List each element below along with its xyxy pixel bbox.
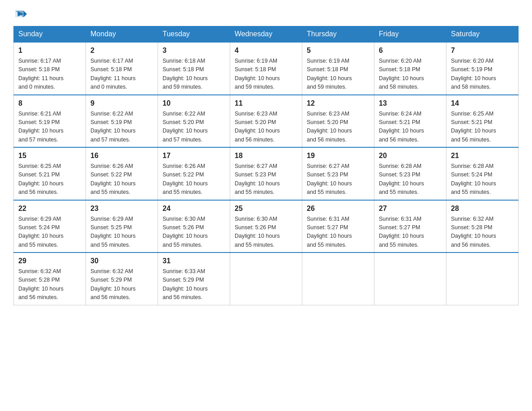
- day-info: Sunrise: 6:32 AMSunset: 5:28 PMDaylight:…: [18, 267, 81, 302]
- day-info: Sunrise: 6:20 AMSunset: 5:19 PMDaylight:…: [451, 57, 514, 92]
- day-info: Sunrise: 6:17 AMSunset: 5:18 PMDaylight:…: [18, 57, 81, 92]
- day-info: Sunrise: 6:32 AMSunset: 5:29 PMDaylight:…: [90, 267, 153, 302]
- day-number: 11: [235, 98, 297, 109]
- calendar-cell: 31Sunrise: 6:33 AMSunset: 5:29 PMDayligh…: [158, 253, 230, 305]
- calendar-cell: 6Sunrise: 6:20 AMSunset: 5:18 PMDaylight…: [374, 42, 446, 95]
- day-number: 19: [307, 150, 369, 161]
- calendar-week-row: 22Sunrise: 6:29 AMSunset: 5:24 PMDayligh…: [14, 200, 519, 253]
- day-info: Sunrise: 6:23 AMSunset: 5:20 PMDaylight:…: [235, 110, 297, 145]
- day-number: 9: [90, 98, 153, 109]
- calendar-week-row: 8Sunrise: 6:21 AMSunset: 5:19 PMDaylight…: [14, 95, 519, 148]
- calendar-cell: [230, 253, 302, 305]
- day-info: Sunrise: 6:23 AMSunset: 5:20 PMDaylight:…: [307, 110, 369, 145]
- day-number: 18: [235, 150, 297, 161]
- calendar-cell: 28Sunrise: 6:32 AMSunset: 5:28 PMDayligh…: [446, 200, 519, 253]
- calendar-week-row: 15Sunrise: 6:25 AMSunset: 5:21 PMDayligh…: [14, 147, 519, 200]
- day-info: Sunrise: 6:26 AMSunset: 5:22 PMDaylight:…: [163, 162, 225, 197]
- calendar-cell: 29Sunrise: 6:32 AMSunset: 5:28 PMDayligh…: [14, 253, 86, 305]
- calendar-cell: 10Sunrise: 6:22 AMSunset: 5:20 PMDayligh…: [158, 95, 230, 148]
- day-number: 7: [451, 45, 514, 56]
- day-number: 3: [163, 45, 225, 56]
- weekday-header-sunday: Sunday: [14, 26, 86, 43]
- day-number: 5: [307, 45, 369, 56]
- day-info: Sunrise: 6:21 AMSunset: 5:19 PMDaylight:…: [18, 110, 81, 145]
- calendar-cell: 25Sunrise: 6:30 AMSunset: 5:26 PMDayligh…: [230, 200, 302, 253]
- logo: [13, 9, 27, 21]
- weekday-header-monday: Monday: [86, 26, 158, 43]
- day-info: Sunrise: 6:24 AMSunset: 5:21 PMDaylight:…: [379, 110, 442, 145]
- day-number: 25: [235, 203, 297, 214]
- calendar-cell: 20Sunrise: 6:28 AMSunset: 5:23 PMDayligh…: [374, 147, 446, 200]
- day-info: Sunrise: 6:25 AMSunset: 5:21 PMDaylight:…: [18, 162, 81, 197]
- calendar-cell: 14Sunrise: 6:25 AMSunset: 5:21 PMDayligh…: [446, 95, 519, 148]
- calendar-cell: 2Sunrise: 6:17 AMSunset: 5:18 PMDaylight…: [86, 42, 158, 95]
- calendar-cell: 26Sunrise: 6:31 AMSunset: 5:27 PMDayligh…: [302, 200, 374, 253]
- day-info: Sunrise: 6:29 AMSunset: 5:25 PMDaylight:…: [90, 215, 153, 250]
- day-info: Sunrise: 6:31 AMSunset: 5:27 PMDaylight:…: [379, 215, 442, 250]
- day-number: 8: [18, 98, 81, 109]
- day-number: 6: [379, 45, 442, 56]
- day-number: 28: [451, 203, 514, 214]
- calendar-week-row: 29Sunrise: 6:32 AMSunset: 5:28 PMDayligh…: [14, 253, 519, 305]
- day-number: 24: [163, 203, 225, 214]
- calendar-cell: 21Sunrise: 6:28 AMSunset: 5:24 PMDayligh…: [446, 147, 519, 200]
- calendar-cell: 17Sunrise: 6:26 AMSunset: 5:22 PMDayligh…: [158, 147, 230, 200]
- day-info: Sunrise: 6:26 AMSunset: 5:22 PMDaylight:…: [90, 162, 153, 197]
- calendar-cell: 18Sunrise: 6:27 AMSunset: 5:23 PMDayligh…: [230, 147, 302, 200]
- day-number: 1: [18, 45, 81, 56]
- calendar-cell: 12Sunrise: 6:23 AMSunset: 5:20 PMDayligh…: [302, 95, 374, 148]
- calendar-cell: 13Sunrise: 6:24 AMSunset: 5:21 PMDayligh…: [374, 95, 446, 148]
- logo-icon: [14, 9, 27, 21]
- calendar-cell: 22Sunrise: 6:29 AMSunset: 5:24 PMDayligh…: [14, 200, 86, 253]
- calendar-cell: 23Sunrise: 6:29 AMSunset: 5:25 PMDayligh…: [86, 200, 158, 253]
- calendar-cell: [302, 253, 374, 305]
- day-info: Sunrise: 6:31 AMSunset: 5:27 PMDaylight:…: [307, 215, 369, 250]
- calendar-cell: 8Sunrise: 6:21 AMSunset: 5:19 PMDaylight…: [14, 95, 86, 148]
- day-info: Sunrise: 6:27 AMSunset: 5:23 PMDaylight:…: [235, 162, 297, 197]
- day-number: 21: [451, 150, 514, 161]
- calendar-cell: 1Sunrise: 6:17 AMSunset: 5:18 PMDaylight…: [14, 42, 86, 95]
- calendar-cell: 5Sunrise: 6:19 AMSunset: 5:18 PMDaylight…: [302, 42, 374, 95]
- calendar-cell: 15Sunrise: 6:25 AMSunset: 5:21 PMDayligh…: [14, 147, 86, 200]
- weekday-header-wednesday: Wednesday: [230, 26, 302, 43]
- weekday-header-saturday: Saturday: [446, 26, 519, 43]
- day-info: Sunrise: 6:27 AMSunset: 5:23 PMDaylight:…: [307, 162, 369, 197]
- day-number: 13: [379, 98, 442, 109]
- day-info: Sunrise: 6:19 AMSunset: 5:18 PMDaylight:…: [235, 57, 297, 92]
- day-number: 4: [235, 45, 297, 56]
- calendar-cell: 11Sunrise: 6:23 AMSunset: 5:20 PMDayligh…: [230, 95, 302, 148]
- weekday-header-thursday: Thursday: [302, 26, 374, 43]
- day-info: Sunrise: 6:32 AMSunset: 5:28 PMDaylight:…: [451, 215, 514, 250]
- weekday-header-tuesday: Tuesday: [158, 26, 230, 43]
- calendar-cell: 30Sunrise: 6:32 AMSunset: 5:29 PMDayligh…: [86, 253, 158, 305]
- calendar-cell: 3Sunrise: 6:18 AMSunset: 5:18 PMDaylight…: [158, 42, 230, 95]
- page-header: [13, 9, 519, 21]
- day-number: 30: [90, 256, 153, 266]
- calendar-cell: 9Sunrise: 6:22 AMSunset: 5:19 PMDaylight…: [86, 95, 158, 148]
- weekday-header-row: SundayMondayTuesdayWednesdayThursdayFrid…: [14, 26, 519, 43]
- day-number: 31: [163, 256, 225, 266]
- day-number: 10: [163, 98, 225, 109]
- day-number: 23: [90, 203, 153, 214]
- day-info: Sunrise: 6:19 AMSunset: 5:18 PMDaylight:…: [307, 57, 369, 92]
- day-info: Sunrise: 6:17 AMSunset: 5:18 PMDaylight:…: [90, 57, 153, 92]
- calendar-cell: 19Sunrise: 6:27 AMSunset: 5:23 PMDayligh…: [302, 147, 374, 200]
- day-number: 26: [307, 203, 369, 214]
- day-info: Sunrise: 6:30 AMSunset: 5:26 PMDaylight:…: [235, 215, 297, 250]
- calendar-week-row: 1Sunrise: 6:17 AMSunset: 5:18 PMDaylight…: [14, 42, 519, 95]
- day-number: 15: [18, 150, 81, 161]
- day-info: Sunrise: 6:33 AMSunset: 5:29 PMDaylight:…: [163, 267, 225, 302]
- weekday-header-friday: Friday: [374, 26, 446, 43]
- day-number: 14: [451, 98, 514, 109]
- day-number: 20: [379, 150, 442, 161]
- day-number: 12: [307, 98, 369, 109]
- calendar-cell: 24Sunrise: 6:30 AMSunset: 5:26 PMDayligh…: [158, 200, 230, 253]
- day-info: Sunrise: 6:22 AMSunset: 5:20 PMDaylight:…: [163, 110, 225, 145]
- calendar-cell: 27Sunrise: 6:31 AMSunset: 5:27 PMDayligh…: [374, 200, 446, 253]
- day-info: Sunrise: 6:25 AMSunset: 5:21 PMDaylight:…: [451, 110, 514, 145]
- calendar-cell: 4Sunrise: 6:19 AMSunset: 5:18 PMDaylight…: [230, 42, 302, 95]
- day-number: 22: [18, 203, 81, 214]
- day-info: Sunrise: 6:30 AMSunset: 5:26 PMDaylight:…: [163, 215, 225, 250]
- calendar-cell: [446, 253, 519, 305]
- day-info: Sunrise: 6:29 AMSunset: 5:24 PMDaylight:…: [18, 215, 81, 250]
